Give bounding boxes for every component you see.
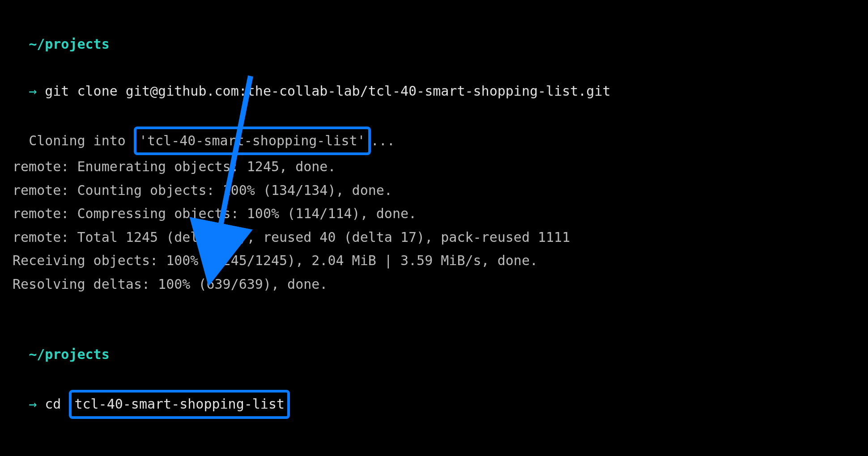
cloning-prefix: Cloning into: [29, 133, 134, 148]
prompt-path-1: ~/projects: [29, 36, 110, 52]
git-clone-command[interactable]: git clone git@github.com:the-collab-lab/…: [45, 83, 610, 99]
prompt-arrow-2: →: [29, 396, 37, 412]
cloning-destination-highlight: 'tcl-40-smart-shopping-list': [134, 127, 371, 156]
output-compressing: remote: Compressing objects: 100% (114/1…: [13, 202, 855, 226]
cd-command-prefix[interactable]: cd: [45, 396, 69, 412]
output-cloning: Cloning into 'tcl-40-smart-shopping-list…: [13, 103, 855, 155]
output-receiving: Receiving objects: 100% (1245/1245), 2.0…: [13, 249, 855, 273]
prompt-path-2: ~/projects: [29, 346, 110, 362]
prompt-arrow-1: →: [29, 83, 37, 99]
output-resolving: Resolving deltas: 100% (639/639), done.: [13, 273, 855, 296]
output-total: remote: Total 1245 (delta 39), reused 40…: [13, 226, 855, 249]
output-counting: remote: Counting objects: 100% (134/134)…: [13, 179, 855, 203]
cd-target-highlight: tcl-40-smart-shopping-list: [69, 390, 290, 419]
output-enumerating: remote: Enumerating objects: 1245, done.: [13, 155, 855, 179]
cd-target: tcl-40-smart-shopping-list: [74, 396, 285, 412]
cloning-suffix: ...: [371, 133, 395, 148]
